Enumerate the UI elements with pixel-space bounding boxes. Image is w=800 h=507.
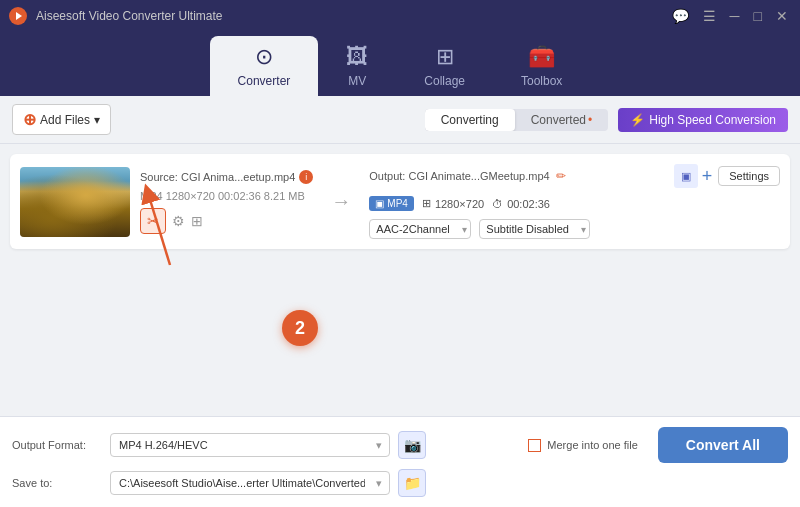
convert-all-button[interactable]: Convert All xyxy=(658,427,788,463)
toolbox-icon: 🧰 xyxy=(528,44,555,70)
forward-arrow-icon: → xyxy=(331,190,351,213)
edit-clip-button[interactable]: ✂ xyxy=(140,208,166,234)
add-files-button[interactable]: ⊕ Add Files ▾ xyxy=(12,104,111,135)
save-to-select[interactable]: C:\Aiseesoft Studio\Aise...erter Ultimat… xyxy=(110,471,390,495)
resolution-value: 1280×720 xyxy=(435,198,484,210)
tab-mv-label: MV xyxy=(348,74,366,88)
tab-converter[interactable]: ⊙ Converter xyxy=(210,36,319,96)
add-output-icon[interactable]: + xyxy=(702,166,713,187)
close-icon[interactable]: ✕ xyxy=(772,8,792,24)
output-format-row: ▣ MP4 ⊞ 1280×720 ⏱ 00:02:36 xyxy=(369,196,780,211)
chat-icon[interactable]: 💬 xyxy=(668,8,693,24)
output-format-folder-button[interactable]: 📷 xyxy=(398,431,426,459)
merge-checkbox-area: Merge into one file xyxy=(528,439,638,452)
plus-icon: ⊕ xyxy=(23,110,36,129)
file-meta: MP4 1280×720 00:02:36 8.21 MB xyxy=(140,190,313,202)
title-bar: Aiseesoft Video Converter Ultimate 💬 ☰ ─… xyxy=(0,0,800,32)
output-format-select[interactable]: MP4 H.264/HEVC xyxy=(110,433,390,457)
subtitle-select[interactable]: Subtitle Disabled xyxy=(479,219,590,239)
save-to-select-wrapper: C:\Aiseesoft Studio\Aise...erter Ultimat… xyxy=(110,471,390,495)
nav-tabs: ⊙ Converter 🖼 MV ⊞ Collage 🧰 Toolbox xyxy=(0,32,800,96)
file-item: Source: CGI Anima...eetup.mp4 i MP4 1280… xyxy=(10,154,790,249)
source-text: Source: CGI Anima...eetup.mp4 xyxy=(140,171,295,183)
copy-button[interactable]: ⊞ xyxy=(191,213,203,229)
minimize-icon[interactable]: ─ xyxy=(726,8,744,24)
format-name: MP4 xyxy=(387,198,408,209)
menu-icon[interactable]: ☰ xyxy=(699,8,720,24)
format-icon: ▣ xyxy=(375,198,384,209)
main-content: Source: CGI Anima...eetup.mp4 i MP4 1280… xyxy=(0,144,800,439)
output-format-label: Output Format: xyxy=(12,439,102,451)
tab-toolbox-label: Toolbox xyxy=(521,74,562,88)
settings-button[interactable]: Settings xyxy=(718,166,780,186)
output-header: Output: CGI Animate...GMeetup.mp4 ✏ ▣ + … xyxy=(369,164,780,188)
converting-converted-tabs: Converting Converted xyxy=(425,109,609,131)
high-speed-label: High Speed Conversion xyxy=(649,113,776,127)
resolution-icon: ⊞ xyxy=(422,197,431,210)
tab-collage-label: Collage xyxy=(424,74,465,88)
arrow-separator: → xyxy=(323,190,359,213)
maximize-icon[interactable]: □ xyxy=(750,8,766,24)
window-controls: 💬 ☰ ─ □ ✕ xyxy=(668,8,792,24)
bottom-bar: Output Format: MP4 H.264/HEVC 📷 Merge in… xyxy=(0,416,800,507)
collage-icon: ⊞ xyxy=(436,44,454,70)
merge-checkbox[interactable] xyxy=(528,439,541,452)
output-section: Output: CGI Animate...GMeetup.mp4 ✏ ▣ + … xyxy=(369,164,780,239)
lightning-icon: ⚡ xyxy=(630,113,645,127)
format-box-icon: ▣ xyxy=(681,170,691,183)
annotation-number: 2 xyxy=(295,318,305,339)
save-folder-icon: 📁 xyxy=(404,475,421,491)
edit-output-icon[interactable]: ✏ xyxy=(556,169,566,183)
output-dropdowns: AAC-2Channel Subtitle Disabled xyxy=(369,219,780,239)
duration-detail: ⏱ 00:02:36 xyxy=(492,198,550,210)
output-format-icon[interactable]: ▣ xyxy=(674,164,698,188)
output-format-row-bottom: Output Format: MP4 H.264/HEVC 📷 Merge in… xyxy=(12,427,788,463)
clock-icon: ⏱ xyxy=(492,198,503,210)
resolution-detail: ⊞ 1280×720 xyxy=(422,197,484,210)
annotation-number-2: 2 xyxy=(282,310,318,346)
info-icon: i xyxy=(299,170,313,184)
format-badge: ▣ MP4 xyxy=(369,196,414,211)
file-info-left: Source: CGI Anima...eetup.mp4 i MP4 1280… xyxy=(140,170,313,234)
toolbar: ⊕ Add Files ▾ Converting Converted ⚡ Hig… xyxy=(0,96,800,144)
source-label: Source: CGI Anima...eetup.mp4 i xyxy=(140,170,313,184)
audio-select-wrapper: AAC-2Channel xyxy=(369,219,471,239)
app-logo xyxy=(8,6,28,26)
file-thumbnail xyxy=(20,167,130,237)
cut-button[interactable]: ⚙ xyxy=(172,213,185,229)
audio-select[interactable]: AAC-2Channel xyxy=(369,219,471,239)
merge-label: Merge into one file xyxy=(547,439,638,451)
converter-icon: ⊙ xyxy=(255,44,273,70)
tab-toolbox[interactable]: 🧰 Toolbox xyxy=(493,36,590,96)
scissors-icon: ✂ xyxy=(147,213,159,229)
duration-value: 00:02:36 xyxy=(507,198,550,210)
tab-mv[interactable]: 🖼 MV xyxy=(318,36,396,96)
save-to-label: Save to: xyxy=(12,477,102,489)
add-files-label: Add Files xyxy=(40,113,90,127)
thumbnail-image xyxy=(20,167,130,237)
mv-icon: 🖼 xyxy=(346,44,368,70)
file-actions: ✂ ⚙ ⊞ xyxy=(140,208,313,234)
save-to-row: Save to: C:\Aiseesoft Studio\Aise...erte… xyxy=(12,469,788,497)
tab-converter-label: Converter xyxy=(238,74,291,88)
converted-tab[interactable]: Converted xyxy=(515,109,609,131)
high-speed-button[interactable]: ⚡ High Speed Conversion xyxy=(618,108,788,132)
folder-icon: 📷 xyxy=(404,437,421,453)
converting-tab[interactable]: Converting xyxy=(425,109,515,131)
output-format-select-wrapper: MP4 H.264/HEVC xyxy=(110,433,390,457)
tab-collage[interactable]: ⊞ Collage xyxy=(396,36,493,96)
subtitle-select-wrapper: Subtitle Disabled xyxy=(479,219,590,239)
app-title: Aiseesoft Video Converter Ultimate xyxy=(36,9,660,23)
output-icons: ▣ + xyxy=(674,164,713,188)
output-label: Output: CGI Animate...GMeetup.mp4 xyxy=(369,170,549,182)
add-files-dropdown-icon: ▾ xyxy=(94,113,100,127)
save-to-folder-button[interactable]: 📁 xyxy=(398,469,426,497)
